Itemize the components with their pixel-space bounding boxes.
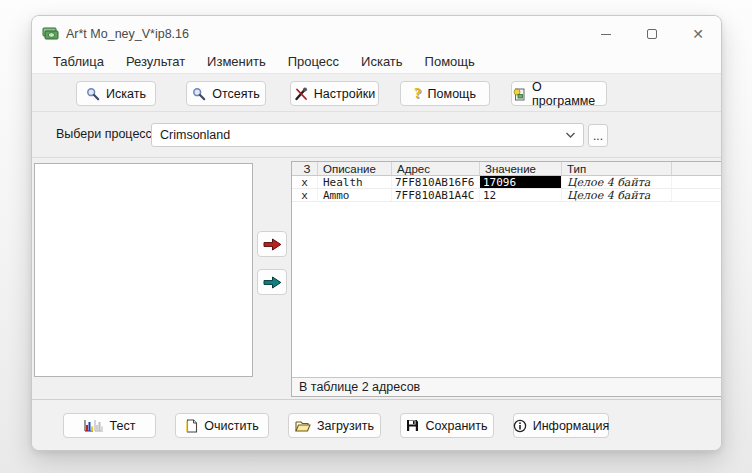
description-cell[interactable]: Health: [318, 176, 392, 188]
column-header-address[interactable]: Адрес: [392, 162, 480, 175]
maximize-button[interactable]: [629, 16, 675, 52]
app-window: Ar*t Mo_ney_V*ip8.16 ✕ Таблица Результат…: [31, 15, 722, 451]
column-header-type[interactable]: Тип: [562, 162, 672, 175]
floppy-disk-icon: [406, 419, 419, 432]
add-all-addresses-button[interactable]: [257, 269, 287, 295]
process-label: Выбери процесс: [56, 127, 152, 141]
menu-process[interactable]: Процесс: [277, 52, 350, 73]
column-header-value[interactable]: Значение: [480, 162, 562, 175]
load-button-label: Загрузить: [317, 419, 374, 433]
process-row: Выбери процесс Crimsonland ...: [32, 112, 721, 158]
information-button[interactable]: Информация: [513, 413, 609, 438]
value-cell-selected[interactable]: 17096: [480, 176, 562, 188]
sieve-button[interactable]: Отсеять: [186, 81, 266, 106]
type-cell[interactable]: Целое 4 байта: [562, 176, 672, 188]
menu-search[interactable]: Искать: [350, 52, 414, 73]
minimize-button[interactable]: [583, 16, 629, 52]
red-arrow-right-icon: [263, 238, 282, 251]
about-button[interactable]: О программе: [511, 81, 607, 106]
money-bills-icon: [42, 27, 59, 42]
address-cell[interactable]: 7FF810AB16F6: [392, 176, 480, 188]
information-button-label: Информация: [533, 419, 610, 433]
process-browse-button[interactable]: ...: [588, 124, 608, 147]
question-icon: ?: [414, 86, 422, 101]
menu-edit[interactable]: Изменить: [196, 52, 277, 73]
type-cell[interactable]: Целое 4 байта: [562, 189, 672, 201]
filter-search-icon: [192, 87, 206, 101]
save-button-label: Сохранить: [425, 419, 487, 433]
toolbar: Искать Отсеять Настройки ? Помощь: [32, 74, 721, 112]
value-cell[interactable]: 12: [480, 189, 562, 201]
about-button-label: О программе: [532, 80, 606, 108]
transfer-strip: [253, 161, 291, 397]
bottom-bar: Тест Очистить Загрузить: [32, 399, 721, 451]
test-button-label: Тест: [110, 419, 136, 433]
table-row[interactable]: x Ammo 7FF810AB1A4C 12 Целое 4 байта: [292, 189, 722, 202]
load-button[interactable]: Загрузить: [288, 413, 381, 438]
tools-icon: [294, 87, 308, 101]
table-status-bar: В таблице 2 адресов: [292, 377, 722, 396]
table-row[interactable]: x Health 7FF810AB16F6 17096 Целое 4 байт…: [292, 176, 722, 189]
chevron-down-icon: [565, 131, 576, 139]
save-button[interactable]: Сохранить: [400, 413, 494, 438]
help-button-label: Помощь: [428, 87, 476, 101]
about-icon: [512, 87, 526, 101]
process-combobox[interactable]: Crimsonland: [151, 123, 584, 147]
search-icon: [86, 87, 100, 101]
open-folder-icon: [295, 419, 311, 432]
table-status-text: В таблице 2 адресов: [299, 380, 420, 394]
bar-chart-icon: [84, 419, 104, 432]
minimize-icon: [601, 34, 611, 35]
settings-button[interactable]: Настройки: [290, 81, 379, 106]
cheat-table: З Описание Адрес Значение Тип x Health 7…: [292, 162, 722, 202]
sieve-button-label: Отсеять: [212, 87, 260, 101]
column-header-freeze[interactable]: З: [292, 162, 318, 175]
title-bar: Ar*t Mo_ney_V*ip8.16 ✕: [32, 16, 721, 52]
new-page-icon: [185, 419, 198, 433]
freeze-cell[interactable]: x: [292, 189, 318, 201]
info-circle-icon: [513, 419, 527, 433]
close-button[interactable]: ✕: [675, 16, 721, 52]
add-address-button[interactable]: [257, 231, 287, 257]
clear-button[interactable]: Очистить: [175, 413, 269, 438]
menu-bar: Таблица Результат Изменить Процесс Искат…: [32, 52, 721, 74]
table-header: З Описание Адрес Значение Тип: [292, 162, 722, 176]
clear-button-label: Очистить: [204, 419, 258, 433]
maximize-icon: [647, 29, 657, 39]
search-button-label: Искать: [106, 87, 146, 101]
window-title: Ar*t Mo_ney_V*ip8.16: [66, 27, 583, 41]
address-cell[interactable]: 7FF810AB1A4C: [392, 189, 480, 201]
description-cell[interactable]: Ammo: [318, 189, 392, 201]
settings-button-label: Настройки: [314, 87, 375, 101]
found-addresses-list[interactable]: [34, 163, 253, 377]
cheat-table-panel: З Описание Адрес Значение Тип x Health 7…: [291, 161, 722, 397]
process-browse-label: ...: [593, 130, 603, 142]
column-header-description[interactable]: Описание: [318, 162, 392, 175]
main-area: З Описание Адрес Значение Тип x Health 7…: [32, 158, 721, 399]
teal-arrow-right-icon: [263, 276, 282, 289]
menu-help[interactable]: Помощь: [414, 52, 486, 73]
freeze-cell[interactable]: x: [292, 176, 318, 188]
menu-table[interactable]: Таблица: [42, 52, 115, 73]
test-button[interactable]: Тест: [63, 413, 156, 438]
search-button[interactable]: Искать: [76, 81, 156, 106]
process-combobox-value: Crimsonland: [160, 128, 230, 142]
menu-result[interactable]: Результат: [115, 52, 196, 73]
help-button[interactable]: ? Помощь: [400, 81, 490, 106]
close-icon: ✕: [692, 27, 704, 41]
